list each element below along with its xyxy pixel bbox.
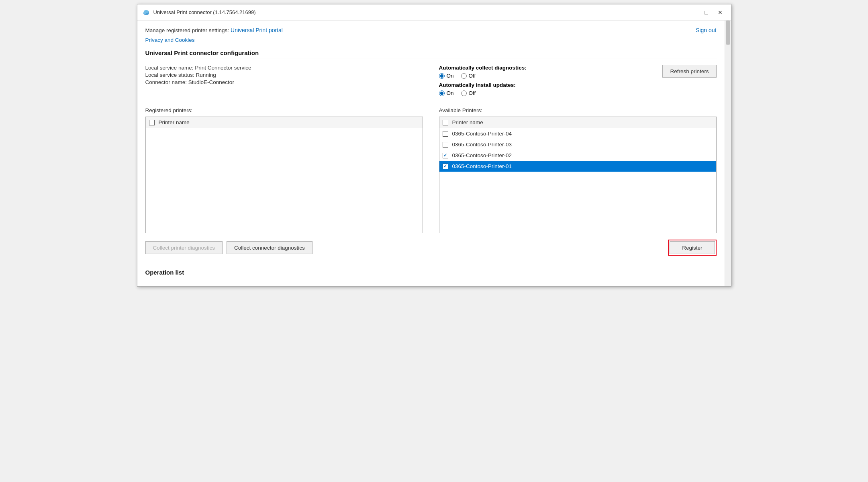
registered-printers-table: Printer name [145, 117, 423, 233]
window-title: Universal Print connector (1.14.7564.216… [153, 9, 687, 15]
content-area: Manage registered printer settings: Univ… [137, 21, 725, 286]
config-grid: Local service name: Print Connector serv… [145, 65, 717, 99]
portal-link[interactable]: Universal Print portal [231, 27, 283, 33]
updates-radio-group: On Off [439, 90, 663, 96]
scrollbar-thumb[interactable] [726, 21, 730, 45]
diagnostics-section: Automatically collect diagnostics: On Of… [439, 65, 663, 99]
collect-printer-diagnostics-button[interactable]: Collect printer diagnostics [145, 241, 223, 254]
diagnostics-on-label: On [447, 73, 454, 79]
registered-select-all-checkbox[interactable] [149, 120, 155, 125]
maximize-button[interactable]: □ [701, 8, 713, 17]
svg-point-3 [144, 10, 149, 13]
printers-section: Registered printers: Printer name Availa… [145, 107, 717, 233]
manage-text-area: Manage registered printer settings: Univ… [145, 27, 283, 33]
privacy-link[interactable]: Privacy and Cookies [145, 37, 195, 43]
app-icon [142, 8, 150, 16]
register-button-wrapper: Register [668, 240, 716, 256]
available-printer-name: 0365-Contoso-Printer-02 [452, 152, 512, 158]
updates-on-radio[interactable]: On [439, 90, 454, 96]
available-printer-checkbox[interactable] [443, 153, 448, 158]
available-printer-checkbox[interactable] [443, 164, 448, 169]
service-name-label: Local service name: Print Connector serv… [145, 65, 423, 71]
service-status-label: Local service status: Running [145, 72, 423, 78]
sign-out-link[interactable]: Sign out [696, 27, 716, 33]
available-printer-name: 0365-Contoso-Printer-03 [452, 142, 512, 148]
updates-on-input[interactable] [439, 90, 445, 96]
updates-on-label: On [447, 90, 454, 96]
scrollbar-track[interactable] [725, 21, 731, 286]
updates-off-label: Off [469, 90, 476, 96]
config-left-panel: Local service name: Print Connector serv… [145, 65, 423, 99]
available-printer-name: 0365-Contoso-Printer-04 [452, 131, 512, 137]
register-button[interactable]: Register [670, 241, 715, 254]
diagnostics-off-label: Off [469, 73, 476, 79]
collect-connector-diagnostics-button[interactable]: Collect connector diagnostics [227, 241, 312, 254]
manage-label: Manage registered printer settings: [145, 27, 229, 33]
updates-label: Automatically install updates: [439, 82, 663, 88]
buttons-row: Collect printer diagnostics Collect conn… [145, 240, 717, 256]
registered-printers-body [146, 128, 423, 233]
available-printers-label: Available Printers: [439, 107, 717, 113]
available-printers-panel: Available Printers: Printer name 0365-Co… [439, 107, 717, 233]
available-printer-row[interactable]: 0365-Contoso-Printer-01 [439, 161, 716, 172]
available-printers-table: Printer name 0365-Contoso-Printer-040365… [439, 117, 717, 233]
operation-section: Operation list [145, 264, 717, 276]
registered-printers-header-label: Printer name [159, 119, 190, 125]
operation-list-title: Operation list [145, 269, 717, 276]
registered-printers-header: Printer name [146, 117, 423, 128]
diagnostics-off-input[interactable] [461, 73, 467, 79]
available-printers-header-label: Printer name [452, 119, 483, 125]
available-select-all-checkbox[interactable] [443, 120, 448, 125]
registered-printers-label: Registered printers: [145, 107, 423, 113]
diagnostics-radio-group: On Off [439, 73, 663, 79]
top-bar: Manage registered printer settings: Univ… [145, 27, 717, 33]
buttons-left: Collect printer diagnostics Collect conn… [145, 241, 312, 254]
available-printer-row[interactable]: 0365-Contoso-Printer-02 [439, 150, 716, 161]
config-right-panel: Automatically collect diagnostics: On Of… [439, 65, 717, 99]
diagnostics-on-radio[interactable]: On [439, 73, 454, 79]
updates-off-radio[interactable]: Off [461, 90, 476, 96]
main-window: Universal Print connector (1.14.7564.216… [137, 4, 731, 287]
available-printer-name: 0365-Contoso-Printer-01 [452, 163, 512, 169]
close-button[interactable]: ✕ [714, 8, 726, 17]
minimize-button[interactable]: — [687, 8, 699, 17]
available-printers-body: 0365-Contoso-Printer-040365-Contoso-Prin… [439, 128, 716, 233]
title-bar: Universal Print connector (1.14.7564.216… [137, 4, 731, 21]
registered-printers-panel: Registered printers: Printer name [145, 107, 423, 233]
connector-name-label: Connector name: StudioE-Connector [145, 79, 423, 85]
diagnostics-off-radio[interactable]: Off [461, 73, 476, 79]
config-section-title: Universal Print connector configuration [145, 49, 717, 59]
available-printer-checkbox[interactable] [443, 142, 448, 148]
diagnostics-label: Automatically collect diagnostics: [439, 65, 663, 71]
available-printer-row[interactable]: 0365-Contoso-Printer-04 [439, 128, 716, 139]
diagnostics-on-input[interactable] [439, 73, 445, 79]
updates-off-input[interactable] [461, 90, 467, 96]
refresh-printers-button[interactable]: Refresh printers [662, 65, 716, 78]
window-controls: — □ ✕ [687, 8, 726, 17]
available-printers-header: Printer name [439, 117, 716, 128]
available-printer-row[interactable]: 0365-Contoso-Printer-03 [439, 139, 716, 150]
available-printer-checkbox[interactable] [443, 131, 448, 137]
config-right-top: Automatically collect diagnostics: On Of… [439, 65, 717, 99]
